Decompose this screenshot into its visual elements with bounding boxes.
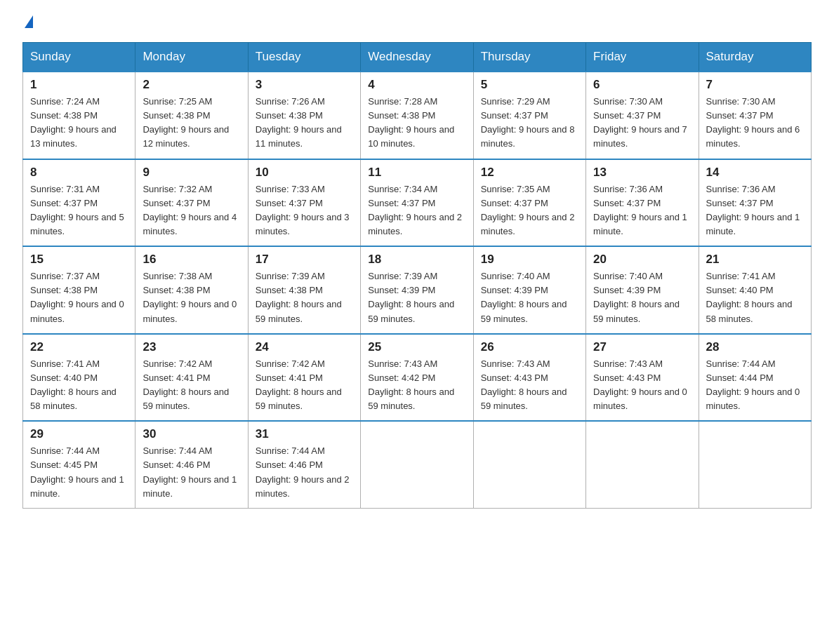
day-info: Sunrise: 7:44 AMSunset: 4:44 PMDaylight:… <box>706 357 804 414</box>
calendar-cell: 19Sunrise: 7:40 AMSunset: 4:39 PMDayligh… <box>473 246 585 334</box>
calendar-week-row: 22Sunrise: 7:41 AMSunset: 4:40 PMDayligh… <box>23 334 812 422</box>
day-of-week-header: Sunday <box>23 43 135 72</box>
day-number: 10 <box>256 166 353 180</box>
day-info: Sunrise: 7:25 AMSunset: 4:38 PMDaylight:… <box>143 95 240 152</box>
day-number: 26 <box>481 340 578 354</box>
day-info: Sunrise: 7:36 AMSunset: 4:37 PMDaylight:… <box>593 182 691 239</box>
day-info: Sunrise: 7:35 AMSunset: 4:37 PMDaylight:… <box>481 182 578 239</box>
day-of-week-header: Monday <box>135 43 248 72</box>
calendar-cell <box>699 421 811 508</box>
day-number: 1 <box>30 78 128 92</box>
calendar-week-row: 8Sunrise: 7:31 AMSunset: 4:37 PMDaylight… <box>23 159 812 247</box>
day-info: Sunrise: 7:28 AMSunset: 4:38 PMDaylight:… <box>368 95 465 152</box>
calendar-cell: 4Sunrise: 7:28 AMSunset: 4:38 PMDaylight… <box>361 72 473 159</box>
day-number: 5 <box>481 78 578 92</box>
days-header-row: SundayMondayTuesdayWednesdayThursdayFrid… <box>23 43 812 72</box>
day-number: 25 <box>368 340 465 354</box>
day-info: Sunrise: 7:39 AMSunset: 4:38 PMDaylight:… <box>256 269 353 326</box>
day-info: Sunrise: 7:30 AMSunset: 4:37 PMDaylight:… <box>706 95 804 152</box>
calendar-week-row: 29Sunrise: 7:44 AMSunset: 4:45 PMDayligh… <box>23 421 812 508</box>
day-number: 7 <box>706 78 804 92</box>
day-info: Sunrise: 7:42 AMSunset: 4:41 PMDaylight:… <box>256 357 353 414</box>
day-number: 12 <box>481 166 578 180</box>
day-info: Sunrise: 7:41 AMSunset: 4:40 PMDaylight:… <box>706 269 804 326</box>
day-number: 15 <box>30 253 128 267</box>
calendar-cell: 22Sunrise: 7:41 AMSunset: 4:40 PMDayligh… <box>23 334 135 422</box>
day-info: Sunrise: 7:29 AMSunset: 4:37 PMDaylight:… <box>481 95 578 152</box>
calendar-cell: 1Sunrise: 7:24 AMSunset: 4:38 PMDaylight… <box>23 72 135 159</box>
day-number: 31 <box>256 427 353 441</box>
day-number: 19 <box>481 253 578 267</box>
calendar-cell: 24Sunrise: 7:42 AMSunset: 4:41 PMDayligh… <box>248 334 360 422</box>
calendar-week-row: 1Sunrise: 7:24 AMSunset: 4:38 PMDaylight… <box>23 72 812 159</box>
calendar-cell: 29Sunrise: 7:44 AMSunset: 4:45 PMDayligh… <box>23 421 135 508</box>
header <box>22 17 812 29</box>
day-number: 30 <box>143 427 240 441</box>
calendar-cell: 26Sunrise: 7:43 AMSunset: 4:43 PMDayligh… <box>473 334 585 422</box>
calendar-cell: 13Sunrise: 7:36 AMSunset: 4:37 PMDayligh… <box>586 159 699 247</box>
day-number: 4 <box>368 78 465 92</box>
calendar-cell: 31Sunrise: 7:44 AMSunset: 4:46 PMDayligh… <box>248 421 360 508</box>
day-info: Sunrise: 7:43 AMSunset: 4:43 PMDaylight:… <box>481 357 578 414</box>
day-number: 27 <box>593 340 691 354</box>
day-number: 21 <box>706 253 804 267</box>
day-info: Sunrise: 7:34 AMSunset: 4:37 PMDaylight:… <box>368 182 465 239</box>
day-info: Sunrise: 7:37 AMSunset: 4:38 PMDaylight:… <box>30 269 128 326</box>
calendar-cell: 3Sunrise: 7:26 AMSunset: 4:38 PMDaylight… <box>248 72 360 159</box>
day-number: 14 <box>706 166 804 180</box>
day-number: 17 <box>256 253 353 267</box>
calendar-cell: 15Sunrise: 7:37 AMSunset: 4:38 PMDayligh… <box>23 246 135 334</box>
calendar-cell: 9Sunrise: 7:32 AMSunset: 4:37 PMDaylight… <box>135 159 248 247</box>
calendar-cell <box>361 421 473 508</box>
day-info: Sunrise: 7:36 AMSunset: 4:37 PMDaylight:… <box>706 182 804 239</box>
calendar-cell: 14Sunrise: 7:36 AMSunset: 4:37 PMDayligh… <box>699 159 811 247</box>
day-number: 24 <box>256 340 353 354</box>
day-info: Sunrise: 7:43 AMSunset: 4:42 PMDaylight:… <box>368 357 465 414</box>
calendar-cell: 5Sunrise: 7:29 AMSunset: 4:37 PMDaylight… <box>473 72 585 159</box>
day-number: 23 <box>143 340 240 354</box>
day-of-week-header: Wednesday <box>361 43 473 72</box>
day-info: Sunrise: 7:32 AMSunset: 4:37 PMDaylight:… <box>143 182 240 239</box>
day-number: 29 <box>30 427 128 441</box>
calendar-cell: 11Sunrise: 7:34 AMSunset: 4:37 PMDayligh… <box>361 159 473 247</box>
day-info: Sunrise: 7:26 AMSunset: 4:38 PMDaylight:… <box>256 95 353 152</box>
day-info: Sunrise: 7:39 AMSunset: 4:39 PMDaylight:… <box>368 269 465 326</box>
calendar-cell: 10Sunrise: 7:33 AMSunset: 4:37 PMDayligh… <box>248 159 360 247</box>
day-of-week-header: Thursday <box>473 43 585 72</box>
calendar-table: SundayMondayTuesdayWednesdayThursdayFrid… <box>22 42 812 509</box>
calendar-cell: 27Sunrise: 7:43 AMSunset: 4:43 PMDayligh… <box>586 334 699 422</box>
day-info: Sunrise: 7:42 AMSunset: 4:41 PMDaylight:… <box>143 357 240 414</box>
calendar-cell: 30Sunrise: 7:44 AMSunset: 4:46 PMDayligh… <box>135 421 248 508</box>
calendar-cell: 20Sunrise: 7:40 AMSunset: 4:39 PMDayligh… <box>586 246 699 334</box>
day-info: Sunrise: 7:38 AMSunset: 4:38 PMDaylight:… <box>143 269 240 326</box>
day-info: Sunrise: 7:44 AMSunset: 4:45 PMDaylight:… <box>30 444 128 501</box>
day-number: 6 <box>593 78 691 92</box>
calendar-week-row: 15Sunrise: 7:37 AMSunset: 4:38 PMDayligh… <box>23 246 812 334</box>
calendar-cell: 23Sunrise: 7:42 AMSunset: 4:41 PMDayligh… <box>135 334 248 422</box>
day-info: Sunrise: 7:30 AMSunset: 4:37 PMDaylight:… <box>593 95 691 152</box>
logo-triangle-icon <box>25 15 33 28</box>
calendar-cell <box>473 421 585 508</box>
day-info: Sunrise: 7:31 AMSunset: 4:37 PMDaylight:… <box>30 182 128 239</box>
day-number: 11 <box>368 166 465 180</box>
day-info: Sunrise: 7:43 AMSunset: 4:43 PMDaylight:… <box>593 357 691 414</box>
day-number: 9 <box>143 166 240 180</box>
day-info: Sunrise: 7:40 AMSunset: 4:39 PMDaylight:… <box>481 269 578 326</box>
calendar-cell: 16Sunrise: 7:38 AMSunset: 4:38 PMDayligh… <box>135 246 248 334</box>
logo <box>22 17 33 29</box>
calendar-cell: 21Sunrise: 7:41 AMSunset: 4:40 PMDayligh… <box>699 246 811 334</box>
calendar-cell: 6Sunrise: 7:30 AMSunset: 4:37 PMDaylight… <box>586 72 699 159</box>
day-of-week-header: Friday <box>586 43 699 72</box>
day-info: Sunrise: 7:41 AMSunset: 4:40 PMDaylight:… <box>30 357 128 414</box>
calendar-cell: 18Sunrise: 7:39 AMSunset: 4:39 PMDayligh… <box>361 246 473 334</box>
day-number: 8 <box>30 166 128 180</box>
day-number: 3 <box>256 78 353 92</box>
calendar-cell: 7Sunrise: 7:30 AMSunset: 4:37 PMDaylight… <box>699 72 811 159</box>
calendar-cell <box>586 421 699 508</box>
calendar-cell: 17Sunrise: 7:39 AMSunset: 4:38 PMDayligh… <box>248 246 360 334</box>
calendar-cell: 8Sunrise: 7:31 AMSunset: 4:37 PMDaylight… <box>23 159 135 247</box>
day-info: Sunrise: 7:40 AMSunset: 4:39 PMDaylight:… <box>593 269 691 326</box>
day-number: 28 <box>706 340 804 354</box>
day-number: 20 <box>593 253 691 267</box>
day-info: Sunrise: 7:44 AMSunset: 4:46 PMDaylight:… <box>256 444 353 501</box>
